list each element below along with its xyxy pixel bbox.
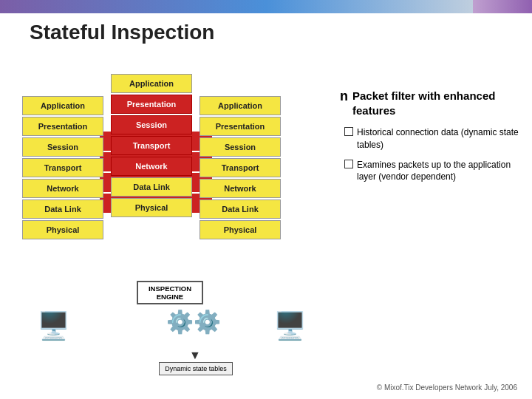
sub-point-1: Historical connection data (dynamic stat… xyxy=(344,126,525,151)
left-application: Application xyxy=(22,96,103,115)
osi-column-right: Application Presentation Session Transpo… xyxy=(200,96,281,239)
checkbox-icon-2 xyxy=(344,160,353,168)
osi-column-left: Application Presentation Session Transpo… xyxy=(22,96,103,239)
computer-icon-left: 🖥️ xyxy=(37,310,70,341)
main-point: n Packet filter with enhanced features xyxy=(340,89,525,117)
checkbox-icon-1 xyxy=(344,127,353,136)
left-network: Network xyxy=(22,179,103,198)
right-presentation: Presentation xyxy=(200,117,281,136)
right-panel: n Packet filter with enhanced features H… xyxy=(340,89,525,191)
arrow-down: ▼ xyxy=(189,349,201,362)
main-point-text: Packet filter with enhanced features xyxy=(352,89,525,117)
left-transport: Transport xyxy=(22,158,103,177)
right-physical: Physical xyxy=(200,220,281,239)
right-network: Network xyxy=(200,179,281,198)
mid-physical: Physical xyxy=(111,198,192,217)
mid-presentation: Presentation xyxy=(111,95,192,114)
left-session: Session xyxy=(22,137,103,157)
left-presentation: Presentation xyxy=(22,117,103,136)
left-datalink: Data Link xyxy=(22,200,103,219)
right-session: Session xyxy=(200,137,281,157)
gear-icon: ⚙️⚙️ xyxy=(166,309,221,335)
top-bar xyxy=(0,0,532,13)
osi-column-middle: Application Presentation Session Transpo… xyxy=(111,74,192,217)
n-icon: n xyxy=(340,89,348,104)
top-bar-accent xyxy=(473,0,532,13)
mid-transport: Transport xyxy=(111,136,192,155)
sub-point-2-text: Examines packets up to the application l… xyxy=(357,159,525,184)
sub-points: Historical connection data (dynamic stat… xyxy=(344,126,525,183)
right-datalink: Data Link xyxy=(200,200,281,219)
mid-session: Session xyxy=(111,115,192,134)
footer: © Mixof.Tix Developers Network July, 200… xyxy=(377,383,517,392)
left-physical: Physical xyxy=(22,220,103,239)
inspection-label: INSPECTION ENGINE xyxy=(149,284,191,301)
mid-network: Network xyxy=(111,157,192,176)
right-transport: Transport xyxy=(200,158,281,177)
diagram-area: Application Presentation Session Transpo… xyxy=(22,44,340,355)
sub-point-1-text: Historical connection data (dynamic stat… xyxy=(357,126,525,151)
dynamic-state-box: Dynamic state tables xyxy=(159,362,233,375)
computer-icon-right: 🖥️ xyxy=(273,310,307,341)
sub-point-2: Examines packets up to the application l… xyxy=(344,159,525,184)
footer-text: © Mixof.Tix Developers Network July, 200… xyxy=(377,383,517,392)
page-title: Stateful Inspection xyxy=(30,21,214,44)
mid-application-top: Application xyxy=(111,74,192,93)
right-application: Application xyxy=(200,96,281,115)
dynamic-label: Dynamic state tables xyxy=(165,365,227,372)
mid-datalink: Data Link xyxy=(111,177,192,197)
inspection-engine-box: INSPECTION ENGINE xyxy=(137,281,203,304)
